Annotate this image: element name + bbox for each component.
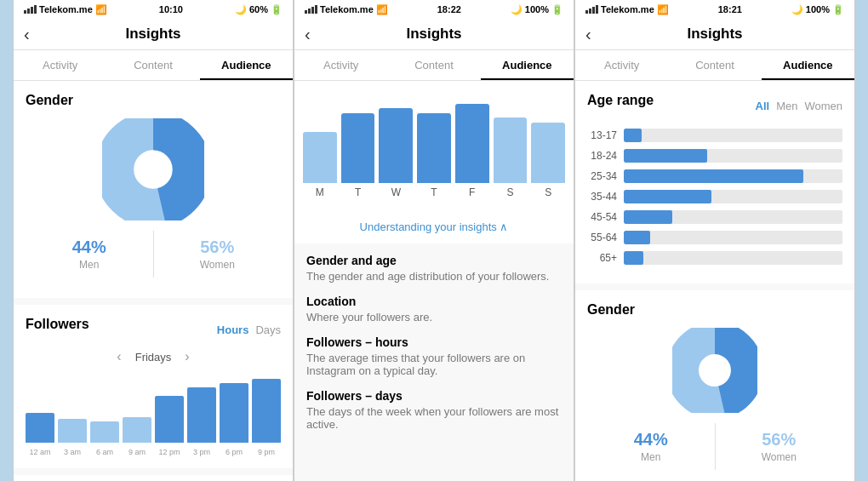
day-navigator: ‹ Fridays ›: [26, 349, 281, 364]
women-percent-3: 56%: [716, 430, 843, 450]
moon-icon-3: 🌙: [791, 4, 803, 15]
info-item-1: Location Where your followers are.: [306, 295, 562, 324]
wlabel-4: F: [455, 186, 489, 198]
tab-activity-1[interactable]: Activity: [14, 50, 106, 80]
men-percent-3: 44%: [587, 430, 715, 450]
age-range-title: Age range: [587, 93, 654, 108]
time-2: 18:22: [437, 4, 461, 14]
info-title-0: Gender and age: [306, 254, 562, 267]
wbar-4: [455, 104, 489, 184]
nav-bar-3: ‹ Insights: [575, 19, 854, 50]
age-range-header: Age range All Men Women: [587, 93, 842, 118]
men-label-3: Men: [587, 451, 715, 463]
status-bar-3: Telekom.me 📶 18:21 🌙 100% 🔋: [575, 0, 854, 19]
filter-women[interactable]: Women: [804, 100, 842, 112]
signal-icon-3: [585, 5, 598, 14]
tab-content-2[interactable]: Content: [387, 50, 480, 80]
nav-title-3: Insights: [687, 26, 742, 43]
wbar-2: [379, 108, 413, 183]
tab-audience-3[interactable]: Audience: [762, 50, 854, 80]
next-day-button[interactable]: ›: [185, 349, 189, 364]
wbar-3: [417, 113, 451, 184]
tab-audience-1[interactable]: Audience: [200, 50, 293, 80]
content-3: Age range All Men Women 13-17 18-24: [575, 81, 854, 481]
age-row-3: 35-44: [587, 190, 842, 203]
tab-audience-2[interactable]: Audience: [481, 50, 574, 80]
tab-content-3[interactable]: Content: [668, 50, 761, 80]
info-item-3: Followers – days The days of the week wh…: [306, 389, 562, 431]
nav-bar-2: ‹ Insights: [294, 19, 574, 50]
tabs-3: Activity Content Audience: [575, 50, 854, 81]
bar-6: [220, 383, 248, 443]
age-bar-bg-3: [624, 190, 842, 203]
tab-activity-3[interactable]: Activity: [575, 50, 668, 80]
battery-icon-3: 🔋: [832, 4, 844, 15]
status-bar-1: Telekom.me 📶 10:10 🌙 60% 🔋: [14, 0, 293, 19]
followers-toggle: Hours Days: [217, 324, 281, 336]
info-desc-3: The days of the week when your followers…: [306, 405, 562, 431]
age-row-5: 55-64: [587, 231, 842, 244]
current-day: Fridays: [135, 351, 172, 364]
age-bar-fill-2: [624, 169, 803, 183]
status-bar-2: Telekom.me 📶 18:22 🌙 100% 🔋: [294, 0, 574, 19]
back-button-2[interactable]: ‹: [305, 25, 311, 44]
wlabel-5: S: [494, 186, 528, 198]
age-row-1: 18-24: [587, 149, 842, 163]
tab-content-1[interactable]: Content: [106, 50, 199, 80]
hour-labels: 12 am 3 am 6 am 9 am 12 pm 3 pm 6 pm 9 p…: [26, 448, 281, 456]
women-stat: 56% Women: [154, 231, 282, 278]
understanding-link-2[interactable]: Understanding your insights ∧: [294, 210, 574, 243]
battery-1: 60%: [249, 4, 268, 14]
age-bar-fill-3: [624, 190, 711, 203]
battery-2: 100%: [525, 4, 549, 14]
gender-section-3: Gender 44% Men 56% Women: [575, 290, 854, 481]
age-filter: All Men Women: [756, 100, 842, 112]
toggle-days[interactable]: Days: [255, 324, 281, 336]
age-row-2: 25-34: [587, 169, 842, 183]
info-desc-0: The gender and age distribution of your …: [306, 270, 562, 283]
understanding-link-1[interactable]: Understanding your insights ∨: [14, 475, 293, 481]
label-3am: 3 am: [58, 448, 87, 456]
wlabel-0: M: [303, 186, 337, 198]
followers-title: Followers: [26, 317, 89, 332]
content-1: Gender 44% Men: [14, 81, 293, 481]
toggle-hours[interactable]: Hours: [217, 324, 249, 336]
back-button-3[interactable]: ‹: [585, 25, 591, 44]
tab-activity-2[interactable]: Activity: [294, 50, 387, 80]
moon-icon-2: 🌙: [511, 4, 523, 15]
phone-2: Telekom.me 📶 18:22 🌙 100% 🔋 ‹ Insights A…: [294, 0, 574, 481]
bar-2: [90, 421, 119, 443]
info-title-2: Followers – hours: [306, 335, 562, 349]
battery-3: 100%: [806, 4, 830, 14]
pie-chart-1: 44% Men 56% Women: [26, 118, 281, 278]
men-stat: 44% Men: [26, 231, 154, 278]
hour-bar-chart: [26, 375, 281, 443]
time-3: 18:21: [718, 4, 742, 14]
wbar-0: [303, 132, 337, 184]
info-list: Gender and age The gender and age distri…: [294, 243, 574, 453]
carrier-1: Telekom.me: [39, 4, 93, 14]
week-chart-container: M T W T F S S: [294, 81, 574, 210]
pie-legend-3: 44% Men 56% Women: [587, 423, 842, 470]
label-12am: 12 am: [26, 448, 54, 456]
week-bar-chart: [294, 81, 574, 183]
wlabel-2: W: [379, 186, 413, 198]
filter-all[interactable]: All: [756, 100, 770, 112]
time-1: 10:10: [159, 4, 183, 14]
label-6pm: 6 pm: [220, 448, 248, 456]
wlabel-3: T: [417, 186, 451, 198]
tabs-2: Activity Content Audience: [294, 50, 574, 81]
age-section: Age range All Men Women 13-17 18-24: [575, 81, 854, 283]
age-label-5: 55-64: [587, 232, 617, 243]
men-percent: 44%: [26, 238, 153, 257]
back-button-1[interactable]: ‹: [24, 25, 30, 44]
bar-5: [187, 387, 216, 443]
signal-icon: [24, 5, 37, 14]
age-bar-bg-5: [624, 231, 842, 244]
age-label-3: 35-44: [587, 191, 617, 203]
prev-day-button[interactable]: ‹: [117, 349, 121, 364]
info-item-0: Gender and age The gender and age distri…: [306, 254, 562, 283]
nav-bar-1: ‹ Insights: [14, 19, 293, 50]
signal-icon-2: [305, 5, 317, 14]
filter-men[interactable]: Men: [776, 100, 797, 112]
